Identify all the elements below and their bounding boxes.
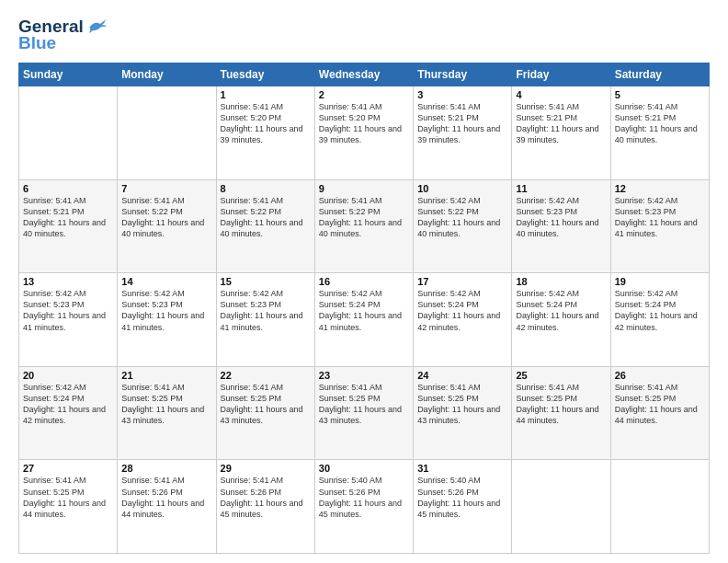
day-info: Sunrise: 5:41 AM Sunset: 5:20 PM Dayligh… [319,101,409,146]
day-number: 18 [516,276,606,287]
day-number: 15 [221,276,311,287]
day-number: 1 [221,89,311,100]
day-info: Sunrise: 5:41 AM Sunset: 5:22 PM Dayligh… [221,195,311,240]
weekday-header-wednesday: Wednesday [314,63,413,86]
calendar-cell: 5Sunrise: 5:41 AM Sunset: 5:21 PM Daylig… [610,86,709,180]
day-number: 28 [121,463,211,474]
day-info: Sunrise: 5:42 AM Sunset: 5:24 PM Dayligh… [615,288,705,333]
day-info: Sunrise: 5:41 AM Sunset: 5:21 PM Dayligh… [417,101,507,146]
day-info: Sunrise: 5:41 AM Sunset: 5:25 PM Dayligh… [417,382,507,427]
logo-blue: Blue [18,33,56,53]
calendar-cell: 6Sunrise: 5:41 AM Sunset: 5:21 PM Daylig… [19,179,118,273]
day-number: 20 [23,370,113,381]
day-number: 22 [221,370,311,381]
calendar-cell: 3Sunrise: 5:41 AM Sunset: 5:21 PM Daylig… [414,86,512,180]
day-number: 11 [516,183,606,194]
day-info: Sunrise: 5:41 AM Sunset: 5:22 PM Dayligh… [319,195,409,240]
day-info: Sunrise: 5:42 AM Sunset: 5:23 PM Dayligh… [516,195,606,240]
calendar-cell: 31Sunrise: 5:40 AM Sunset: 5:26 PM Dayli… [414,460,512,554]
calendar-cell: 8Sunrise: 5:41 AM Sunset: 5:22 PM Daylig… [216,179,314,273]
day-info: Sunrise: 5:40 AM Sunset: 5:26 PM Dayligh… [417,475,507,520]
day-number: 3 [417,89,507,100]
day-number: 25 [516,370,606,381]
page: General Blue SundayMondayTuesdayWednesda… [0,0,728,563]
calendar-cell [610,460,709,554]
day-info: Sunrise: 5:42 AM Sunset: 5:23 PM Dayligh… [221,288,311,333]
day-info: Sunrise: 5:41 AM Sunset: 5:25 PM Dayligh… [121,382,211,427]
header: General Blue [18,17,710,53]
day-number: 5 [615,89,705,100]
day-info: Sunrise: 5:42 AM Sunset: 5:23 PM Dayligh… [615,195,705,240]
day-info: Sunrise: 5:42 AM Sunset: 5:22 PM Dayligh… [417,195,507,240]
calendar-cell [512,460,610,554]
day-info: Sunrise: 5:41 AM Sunset: 5:25 PM Dayligh… [615,382,705,427]
calendar-cell: 21Sunrise: 5:41 AM Sunset: 5:25 PM Dayli… [118,366,216,460]
calendar-cell: 26Sunrise: 5:41 AM Sunset: 5:25 PM Dayli… [610,366,709,460]
calendar-cell: 18Sunrise: 5:42 AM Sunset: 5:24 PM Dayli… [512,273,610,367]
week-row-4: 20Sunrise: 5:42 AM Sunset: 5:24 PM Dayli… [19,366,710,460]
day-info: Sunrise: 5:41 AM Sunset: 5:21 PM Dayligh… [23,195,113,240]
weekday-header-saturday: Saturday [610,63,709,86]
weekday-header-row: SundayMondayTuesdayWednesdayThursdayFrid… [19,63,710,86]
day-info: Sunrise: 5:41 AM Sunset: 5:26 PM Dayligh… [121,475,211,520]
day-number: 14 [121,276,211,287]
day-number: 17 [417,276,507,287]
day-number: 16 [319,276,409,287]
day-number: 21 [121,370,211,381]
day-number: 31 [417,463,507,474]
day-info: Sunrise: 5:41 AM Sunset: 5:20 PM Dayligh… [221,101,311,146]
calendar-cell: 19Sunrise: 5:42 AM Sunset: 5:24 PM Dayli… [610,273,709,367]
calendar-cell: 1Sunrise: 5:41 AM Sunset: 5:20 PM Daylig… [216,86,314,180]
calendar-cell: 24Sunrise: 5:41 AM Sunset: 5:25 PM Dayli… [414,366,512,460]
day-info: Sunrise: 5:41 AM Sunset: 5:25 PM Dayligh… [319,382,409,427]
calendar-table: SundayMondayTuesdayWednesdayThursdayFrid… [18,63,710,554]
week-row-3: 13Sunrise: 5:42 AM Sunset: 5:23 PM Dayli… [19,273,710,367]
weekday-header-monday: Monday [118,63,216,86]
calendar-cell: 22Sunrise: 5:41 AM Sunset: 5:25 PM Dayli… [216,366,314,460]
calendar-cell: 12Sunrise: 5:42 AM Sunset: 5:23 PM Dayli… [610,179,709,273]
day-info: Sunrise: 5:41 AM Sunset: 5:21 PM Dayligh… [516,101,606,146]
calendar-cell: 14Sunrise: 5:42 AM Sunset: 5:23 PM Dayli… [118,273,216,367]
calendar-cell [19,86,118,180]
weekday-header-sunday: Sunday [19,63,118,86]
day-info: Sunrise: 5:41 AM Sunset: 5:25 PM Dayligh… [23,475,113,520]
calendar-cell: 15Sunrise: 5:42 AM Sunset: 5:23 PM Dayli… [216,273,314,367]
day-number: 23 [319,370,409,381]
day-number: 27 [23,463,113,474]
day-info: Sunrise: 5:42 AM Sunset: 5:23 PM Dayligh… [23,288,113,333]
day-info: Sunrise: 5:41 AM Sunset: 5:22 PM Dayligh… [121,195,211,240]
day-number: 8 [221,183,311,194]
day-info: Sunrise: 5:42 AM Sunset: 5:24 PM Dayligh… [516,288,606,333]
calendar-cell: 7Sunrise: 5:41 AM Sunset: 5:22 PM Daylig… [118,179,216,273]
day-number: 29 [221,463,311,474]
day-info: Sunrise: 5:42 AM Sunset: 5:24 PM Dayligh… [23,382,113,427]
day-number: 6 [23,183,113,194]
calendar-cell: 4Sunrise: 5:41 AM Sunset: 5:21 PM Daylig… [512,86,610,180]
calendar-cell: 25Sunrise: 5:41 AM Sunset: 5:25 PM Dayli… [512,366,610,460]
weekday-header-thursday: Thursday [414,63,512,86]
day-number: 2 [319,89,409,100]
day-number: 26 [615,370,705,381]
day-number: 30 [319,463,409,474]
calendar-cell: 29Sunrise: 5:41 AM Sunset: 5:26 PM Dayli… [216,460,314,554]
calendar-cell: 28Sunrise: 5:41 AM Sunset: 5:26 PM Dayli… [118,460,216,554]
day-info: Sunrise: 5:42 AM Sunset: 5:23 PM Dayligh… [121,288,211,333]
day-number: 7 [121,183,211,194]
calendar-cell: 27Sunrise: 5:41 AM Sunset: 5:25 PM Dayli… [19,460,118,554]
day-info: Sunrise: 5:41 AM Sunset: 5:21 PM Dayligh… [615,101,705,146]
calendar-cell: 2Sunrise: 5:41 AM Sunset: 5:20 PM Daylig… [314,86,413,180]
day-number: 10 [417,183,507,194]
day-info: Sunrise: 5:41 AM Sunset: 5:25 PM Dayligh… [221,382,311,427]
weekday-header-friday: Friday [512,63,610,86]
calendar-cell: 17Sunrise: 5:42 AM Sunset: 5:24 PM Dayli… [414,273,512,367]
calendar-cell: 9Sunrise: 5:41 AM Sunset: 5:22 PM Daylig… [314,179,413,273]
day-number: 13 [23,276,113,287]
calendar-cell: 16Sunrise: 5:42 AM Sunset: 5:24 PM Dayli… [314,273,413,367]
logo: General Blue [18,17,108,53]
week-row-2: 6Sunrise: 5:41 AM Sunset: 5:21 PM Daylig… [19,179,710,273]
calendar-cell: 13Sunrise: 5:42 AM Sunset: 5:23 PM Dayli… [19,273,118,367]
day-info: Sunrise: 5:41 AM Sunset: 5:26 PM Dayligh… [221,475,311,520]
calendar-cell: 10Sunrise: 5:42 AM Sunset: 5:22 PM Dayli… [414,179,512,273]
day-info: Sunrise: 5:41 AM Sunset: 5:25 PM Dayligh… [516,382,606,427]
calendar-cell: 11Sunrise: 5:42 AM Sunset: 5:23 PM Dayli… [512,179,610,273]
